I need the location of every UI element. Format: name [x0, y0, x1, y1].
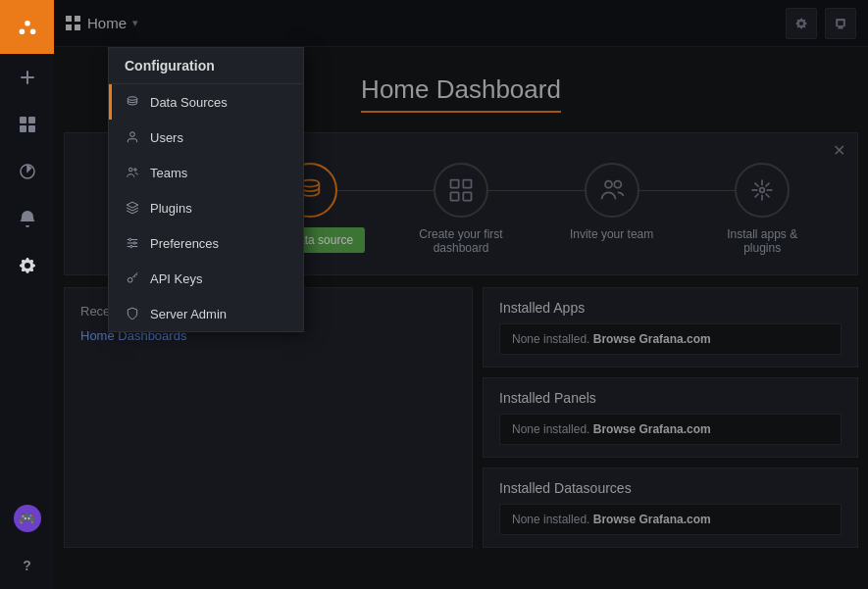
- step-team-circle: [585, 163, 639, 218]
- avatar-circle: 🎮: [14, 505, 41, 532]
- monitor-button[interactable]: [825, 8, 856, 39]
- svg-rect-7: [28, 125, 35, 132]
- svg-point-25: [128, 97, 136, 101]
- config-datasources-label: Data Sources: [150, 95, 228, 110]
- sidebar: 🎮 ?: [0, 0, 54, 589]
- sidebar-item-explore[interactable]: [0, 148, 54, 195]
- installed-panels-title: Installed Panels: [499, 390, 842, 406]
- svg-line-23: [766, 183, 770, 187]
- svg-point-0: [15, 15, 39, 39]
- step-plugins-label: Install apps & plugins: [713, 227, 811, 255]
- config-teams-label: Teams: [150, 166, 187, 180]
- topbar-actions: [786, 8, 856, 39]
- svg-rect-5: [28, 117, 35, 123]
- sidebar-item-create[interactable]: [0, 54, 54, 101]
- sidebar-item-dashboards[interactable]: [0, 101, 54, 148]
- config-item-data-sources[interactable]: Data Sources: [109, 84, 303, 120]
- svg-rect-13: [463, 192, 471, 200]
- step-team-label: Invite your team: [570, 227, 653, 241]
- users-icon: [125, 129, 140, 145]
- installed-panels-none-text: None installed.: [512, 422, 589, 436]
- svg-point-14: [605, 181, 612, 188]
- config-item-teams[interactable]: Teams: [109, 155, 303, 190]
- browse-grafana-datasources-link[interactable]: Browse Grafana.com: [593, 513, 711, 526]
- sidebar-item-configuration[interactable]: [0, 242, 54, 289]
- grafana-logo[interactable]: [0, 0, 54, 54]
- sidebar-item-help[interactable]: ?: [0, 542, 54, 589]
- svg-line-24: [755, 194, 759, 198]
- api-keys-icon: [125, 270, 140, 286]
- preferences-icon: [125, 235, 140, 251]
- config-item-preferences[interactable]: Preferences: [109, 225, 303, 261]
- sidebar-bottom: 🎮 ?: [0, 495, 54, 589]
- user-avatar[interactable]: 🎮: [0, 495, 54, 542]
- svg-rect-6: [20, 125, 26, 132]
- browse-grafana-apps-link[interactable]: Browse Grafana.com: [593, 332, 711, 346]
- svg-point-3: [29, 28, 35, 34]
- server-admin-icon: [125, 306, 140, 321]
- config-plugins-label: Plugins: [150, 201, 192, 216]
- svg-point-1: [25, 21, 30, 26]
- svg-point-16: [760, 188, 765, 193]
- installed-panels-row: None installed. Browse Grafana.com: [499, 414, 842, 445]
- installed-apps-none-text: None installed.: [512, 332, 589, 346]
- topbar-title-text: Home: [87, 15, 127, 31]
- svg-line-21: [755, 183, 759, 187]
- step-install-plugins: Install apps & plugins: [687, 163, 838, 255]
- config-serveradmin-label: Server Admin: [150, 307, 227, 321]
- step-invite-team: Invite your team: [536, 163, 688, 241]
- config-preferences-label: Preferences: [150, 236, 219, 251]
- svg-point-34: [130, 245, 132, 247]
- svg-rect-4: [20, 117, 26, 123]
- step-plugins-circle: [735, 163, 790, 218]
- svg-point-28: [134, 169, 136, 171]
- step-dashboard-circle: [434, 163, 488, 218]
- teams-icon: [125, 165, 140, 180]
- settings-button[interactable]: [786, 8, 817, 39]
- config-item-api-keys[interactable]: API Keys: [109, 261, 303, 296]
- config-item-plugins[interactable]: Plugins: [109, 190, 303, 225]
- installed-apps-title: Installed Apps: [499, 300, 842, 316]
- sidebar-item-alerting[interactable]: [0, 195, 54, 242]
- config-item-users[interactable]: Users: [109, 120, 303, 155]
- svg-point-35: [128, 277, 132, 282]
- config-apikeys-label: API Keys: [150, 271, 202, 286]
- config-dropdown-header: Configuration: [109, 48, 303, 84]
- svg-rect-10: [450, 180, 458, 188]
- svg-point-33: [133, 242, 135, 244]
- plugins-icon: [125, 200, 140, 216]
- dashboard-picker[interactable]: Home ▾: [66, 15, 138, 31]
- installed-datasources-none-text: None installed.: [512, 513, 589, 526]
- svg-line-38: [134, 276, 135, 277]
- installed-apps-row: None installed. Browse Grafana.com: [499, 323, 842, 355]
- installed-apps-card: Installed Apps None installed. Browse Gr…: [483, 287, 858, 368]
- topbar: Home ▾: [54, 0, 868, 47]
- svg-rect-11: [463, 180, 471, 188]
- step-create-dashboard: Create your first dashboard: [385, 163, 536, 255]
- svg-line-22: [766, 194, 770, 198]
- topbar-arrow-icon: ▾: [132, 17, 138, 29]
- dashboard-title: Home Dashboard: [361, 74, 561, 113]
- right-column: Installed Apps None installed. Browse Gr…: [483, 287, 858, 548]
- browse-grafana-panels-link[interactable]: Browse Grafana.com: [593, 422, 711, 436]
- svg-point-2: [19, 28, 25, 34]
- configuration-dropdown: Configuration Data Sources Users: [108, 47, 304, 332]
- svg-line-37: [136, 274, 137, 275]
- svg-point-26: [130, 132, 135, 137]
- svg-rect-12: [450, 192, 458, 200]
- installed-datasources-row: None installed. Browse Grafana.com: [499, 504, 842, 535]
- config-item-server-admin[interactable]: Server Admin: [109, 296, 303, 331]
- step-dashboard-label: Create your first dashboard: [412, 227, 510, 255]
- grid-icon: [66, 16, 81, 31]
- svg-point-32: [129, 238, 131, 240]
- main-area: Home ▾ Home Dashboard ✕: [54, 0, 868, 589]
- svg-point-15: [614, 181, 621, 188]
- database-icon: [125, 94, 140, 110]
- help-icon: ?: [23, 558, 31, 573]
- close-panel-button[interactable]: ✕: [833, 141, 845, 160]
- installed-datasources-card: Installed Datasources None installed. Br…: [483, 467, 858, 548]
- installed-panels-card: Installed Panels None installed. Browse …: [483, 377, 858, 458]
- config-users-label: Users: [150, 130, 183, 145]
- installed-datasources-title: Installed Datasources: [499, 480, 842, 496]
- svg-point-27: [129, 168, 133, 172]
